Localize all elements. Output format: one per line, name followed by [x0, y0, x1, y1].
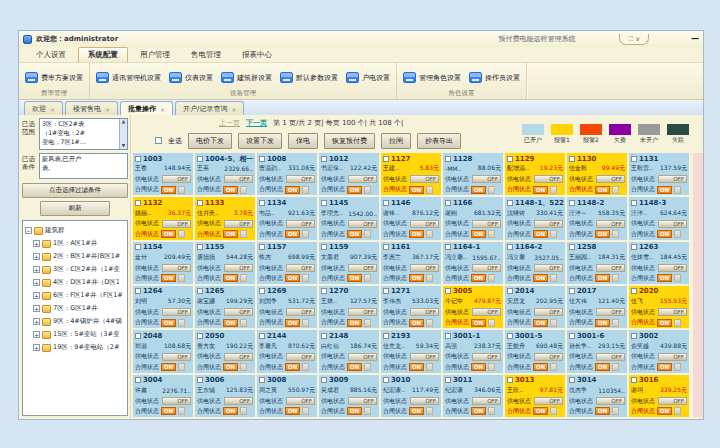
card-checkbox[interactable]: [383, 333, 389, 339]
switch-on-button[interactable]: ON: [657, 363, 672, 371]
meter-card[interactable]: 1012书宏保..122.42元供电状态OFF合闸状态ON: [319, 153, 379, 195]
card-checkbox[interactable]: [135, 288, 141, 294]
supply-off-button[interactable]: OFF: [472, 220, 501, 228]
meter-card[interactable]: 1127王建..5.83元供电状态OFF合闸状态ON: [381, 153, 441, 195]
switch-on-button[interactable]: ON: [471, 363, 486, 371]
meter-card[interactable]: 1008曹温韵..331.08元供电状态OFF合闸状态ON: [257, 153, 317, 195]
expand-icon[interactable]: +: [33, 266, 40, 273]
supply-off-button[interactable]: OFF: [224, 264, 253, 272]
ribbon-button[interactable]: 操作员设置: [469, 72, 520, 83]
action-button-抄表导出[interactable]: 抄表导出: [417, 133, 461, 149]
card-checkbox[interactable]: [445, 333, 451, 339]
card-checkbox[interactable]: [383, 200, 389, 206]
meter-card[interactable]: 3008周之翼550.97元供电状态OFF合闸状态ON: [257, 375, 317, 417]
switch-on-button[interactable]: ON: [657, 186, 672, 194]
tree-node[interactable]: +1区：A区1#井: [25, 237, 125, 250]
card-checkbox[interactable]: [197, 333, 203, 339]
range-scrollbar[interactable]: ▲ ▼: [119, 119, 127, 149]
switch-on-button[interactable]: ON: [595, 363, 610, 371]
switch-on-button[interactable]: ON: [223, 186, 238, 194]
meter-card[interactable]: 3001-6孙长争..293.15元供电状态OFF合闸状态ON: [567, 330, 627, 372]
switch-on-button[interactable]: ON: [285, 186, 300, 194]
card-checkbox[interactable]: [631, 333, 637, 339]
choose-filter-button[interactable]: 点击选择过滤条件: [22, 183, 128, 198]
supply-off-button[interactable]: OFF: [410, 353, 439, 361]
card-checkbox[interactable]: [445, 156, 451, 162]
close-icon[interactable]: ×: [231, 106, 236, 113]
switch-on-button[interactable]: ON: [161, 319, 176, 327]
meter-card[interactable]: 1131王毅营..137.59元供电状态OFF合闸状态ON: [629, 153, 689, 195]
card-checkbox[interactable]: [135, 333, 141, 339]
card-checkbox[interactable]: [507, 244, 513, 250]
card-checkbox[interactable]: [321, 288, 327, 294]
meter-card[interactable]: 1270王姝..127.57元供电状态OFF合闸状态ON: [319, 286, 379, 328]
selected-condition-box[interactable]: 新风表,已开户表,: [39, 153, 128, 179]
action-button-拉闸[interactable]: 拉闸: [381, 133, 411, 149]
card-checkbox[interactable]: [197, 377, 203, 383]
switch-on-button[interactable]: ON: [409, 319, 424, 327]
supply-off-button[interactable]: OFF: [472, 397, 501, 405]
switch-on-button[interactable]: ON: [409, 274, 424, 282]
switch-on-button[interactable]: ON: [347, 274, 362, 282]
meter-card[interactable]: 1157铁杰698.99元供电状态OFF合闸状态ON: [257, 242, 317, 284]
supply-off-button[interactable]: OFF: [410, 397, 439, 405]
switch-on-button[interactable]: ON: [657, 407, 672, 415]
supply-off-button[interactable]: OFF: [596, 353, 625, 361]
switch-on-button[interactable]: ON: [223, 319, 238, 327]
expand-icon[interactable]: +: [33, 240, 40, 247]
select-all-checkbox[interactable]: [155, 137, 162, 144]
next-page-link[interactable]: 下一页: [246, 118, 267, 128]
menu-tab-4[interactable]: 售电管理: [182, 48, 230, 62]
expand-icon[interactable]: +: [33, 279, 40, 286]
card-checkbox[interactable]: [383, 377, 389, 383]
card-checkbox[interactable]: [569, 200, 575, 206]
card-checkbox[interactable]: [383, 244, 389, 250]
supply-off-button[interactable]: OFF: [286, 175, 315, 183]
card-checkbox[interactable]: [259, 244, 265, 250]
card-checkbox[interactable]: [383, 288, 389, 294]
switch-on-button[interactable]: ON: [657, 230, 672, 238]
switch-on-button[interactable]: ON: [161, 230, 176, 238]
meter-card[interactable]: 1128-MM..88.06元供电状态OFF合闸状态ON: [443, 153, 503, 195]
supply-off-button[interactable]: OFF: [348, 175, 377, 183]
meter-card[interactable]: 1132姚丽..36.37元供电状态OFF合闸状态ON: [133, 197, 193, 239]
action-button-设置下发[interactable]: 设置下发: [238, 133, 282, 149]
supply-off-button[interactable]: OFF: [348, 264, 377, 272]
supply-off-button[interactable]: OFF: [410, 308, 439, 316]
expand-icon[interactable]: +: [33, 344, 40, 351]
skin-style-control[interactable]: ⛶ ∨: [619, 34, 649, 45]
tree-node[interactable]: +19区：9#变电站（2#: [25, 341, 125, 354]
switch-on-button[interactable]: ON: [471, 407, 486, 415]
card-checkbox[interactable]: [321, 377, 327, 383]
card-checkbox[interactable]: [135, 156, 141, 162]
switch-on-button[interactable]: ON: [347, 407, 362, 415]
meter-card[interactable]: 1146谢锋..876.12元供电状态OFF合闸状态ON: [381, 197, 441, 239]
supply-off-button[interactable]: OFF: [162, 264, 191, 272]
card-checkbox[interactable]: [631, 244, 637, 250]
meter-card[interactable]: 1271李伟杰533.03元供电状态OFF合闸状态ON: [381, 286, 441, 328]
supply-off-button[interactable]: OFF: [410, 264, 439, 272]
card-checkbox[interactable]: [631, 200, 637, 206]
style-icon[interactable]: ⛶: [628, 35, 632, 43]
switch-on-button[interactable]: ON: [285, 230, 300, 238]
supply-off-button[interactable]: OFF: [658, 353, 687, 361]
switch-on-button[interactable]: ON: [595, 186, 610, 194]
supply-off-button[interactable]: OFF: [162, 308, 191, 316]
meter-card[interactable]: 1264刘明57.30元供电状态OFF合闸状态ON: [133, 286, 193, 328]
meter-card[interactable]: 2017佳大伟121.40元供电状态OFF合闸状态ON: [567, 286, 627, 328]
card-checkbox[interactable]: [507, 377, 513, 383]
switch-on-button[interactable]: ON: [595, 319, 610, 327]
switch-on-button[interactable]: ON: [471, 319, 486, 327]
doc-tab-2[interactable]: 楼管售电×: [65, 101, 118, 115]
meter-card[interactable]: 3013王欣..97.81元供电状态OFF合闸状态ON: [505, 375, 565, 417]
card-checkbox[interactable]: [259, 156, 265, 162]
refresh-button[interactable]: 刷新: [40, 201, 110, 216]
card-checkbox[interactable]: [507, 156, 513, 162]
meter-card[interactable]: 1134韦品..921.63元供电状态OFF合闸状态ON: [257, 197, 317, 239]
close-icon[interactable]: ×: [50, 106, 55, 113]
ribbon-button[interactable]: 费率方案设置: [25, 72, 83, 83]
supply-off-button[interactable]: OFF: [534, 220, 563, 228]
meter-card[interactable]: 1155唐德德544.28元供电状态OFF合闸状态ON: [195, 242, 255, 284]
supply-off-button[interactable]: OFF: [472, 308, 501, 316]
switch-on-button[interactable]: ON: [409, 230, 424, 238]
